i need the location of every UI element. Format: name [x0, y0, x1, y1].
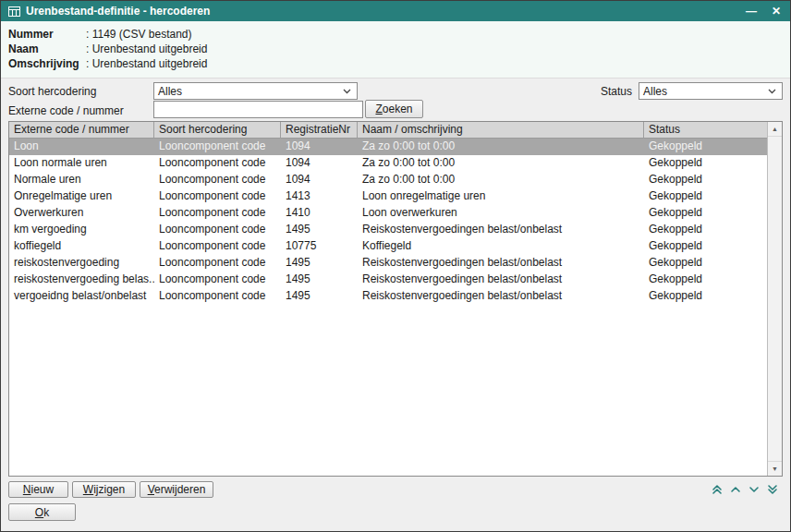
- table-row[interactable]: koffiegeldLooncomponent code10775Koffieg…: [9, 238, 767, 255]
- chevron-down-icon: [343, 89, 353, 94]
- chevron-down-icon: [748, 483, 761, 496]
- verwijderen-button[interactable]: Verwijderen: [140, 481, 213, 498]
- table-cell: Looncomponent code: [154, 155, 281, 172]
- table-cell: Loon: [9, 139, 154, 155]
- chevron-down-icon: [768, 89, 778, 94]
- ok-button[interactable]: Ok: [8, 503, 76, 521]
- table-cell: Reiskostenvergoedingen belast/onbelast: [358, 222, 644, 238]
- info-row-nummer: Nummer : 1149 (CSV bestand): [8, 27, 783, 42]
- table-cell: Za zo 0:00 tot 0:00: [358, 155, 644, 172]
- column-header[interactable]: Externe code / nummer: [9, 122, 154, 138]
- table-cell: Looncomponent code: [154, 238, 281, 255]
- table-cell: Gekoppeld: [644, 205, 767, 222]
- table-cell: Gekoppeld: [644, 238, 767, 255]
- minimize-button[interactable]: —: [746, 6, 757, 17]
- table-cell: 1413: [281, 188, 358, 205]
- soort-hercodering-select[interactable]: Alles: [153, 82, 358, 100]
- table-cell: Looncomponent code: [154, 172, 281, 188]
- status-label: Status: [601, 85, 632, 98]
- table-cell: Looncomponent code: [154, 255, 281, 272]
- scroll-down-button[interactable]: ▼: [768, 461, 782, 476]
- table-cell: Gekoppeld: [644, 222, 767, 238]
- column-header[interactable]: RegistratieNr: [281, 122, 358, 138]
- table-cell: Looncomponent code: [154, 222, 281, 238]
- dialog-window: Urenbestand-definitie - hercoderen — ✕ N…: [0, 0, 791, 532]
- table-cell: reiskostenvergoeding belas...: [9, 272, 154, 288]
- status-value: Alles: [643, 85, 667, 98]
- table-row[interactable]: LoonLooncomponent code1094Za zo 0:00 tot…: [9, 139, 767, 155]
- double-chevron-up-icon: [711, 483, 724, 496]
- scroll-up-button[interactable]: ▲: [768, 122, 782, 137]
- table-cell: Gekoppeld: [644, 172, 767, 188]
- table-cell: Gekoppeld: [644, 155, 767, 172]
- wijzigen-button[interactable]: Wijzigen: [72, 481, 136, 498]
- table-cell: km vergoeding: [9, 222, 154, 238]
- info-value: : Urenbestand uitgebreid: [86, 56, 207, 71]
- column-header[interactable]: Naam / omschrijving: [358, 122, 644, 138]
- externe-code-input[interactable]: [153, 101, 363, 118]
- table-header: Externe code / nummerSoort hercoderingRe…: [9, 122, 767, 139]
- app-icon: [8, 6, 20, 17]
- nav-first-button[interactable]: [709, 481, 725, 498]
- table-cell: Gekoppeld: [644, 255, 767, 272]
- nav-prev-button[interactable]: [727, 481, 744, 498]
- table-cell: Gekoppeld: [644, 188, 767, 205]
- table-cell: Koffiegeld: [358, 238, 644, 255]
- close-button[interactable]: ✕: [772, 6, 781, 17]
- table-row[interactable]: reiskostenvergoedingLooncomponent code14…: [9, 255, 767, 272]
- table-cell: 1495: [281, 255, 358, 272]
- info-row-omschrijving: Omschrijving : Urenbestand uitgebreid: [8, 56, 783, 71]
- nav-last-button[interactable]: [764, 481, 781, 498]
- table-cell: koffiegeld: [9, 238, 154, 255]
- info-row-naam: Naam : Urenbestand uitgebreid: [8, 42, 783, 56]
- info-value: : 1149 (CSV bestand): [86, 27, 192, 42]
- nav-next-button[interactable]: [746, 481, 762, 498]
- table-cell: Loon onregelmatige uren: [358, 188, 644, 205]
- table-cell: 1094: [281, 155, 358, 172]
- column-header[interactable]: Status: [644, 122, 767, 138]
- column-header[interactable]: Soort hercodering: [154, 122, 281, 138]
- table-cell: Gekoppeld: [644, 139, 767, 155]
- table-row[interactable]: reiskostenvergoeding belas...Looncompone…: [9, 272, 767, 288]
- table-row[interactable]: Loon normale urenLooncomponent code1094Z…: [9, 155, 767, 172]
- table-cell: Normale uren: [9, 172, 154, 188]
- table-cell: Overwerkuren: [9, 205, 154, 222]
- table-cell: Za zo 0:00 tot 0:00: [358, 172, 644, 188]
- info-label: Naam: [8, 42, 86, 56]
- table-cell: Za zo 0:00 tot 0:00: [358, 139, 644, 155]
- table-row[interactable]: Normale urenLooncomponent code1094Za zo …: [9, 172, 767, 188]
- table-cell: Reiskostenvergoedingen belast/onbelast: [358, 272, 644, 288]
- table-cell: Loon overwerkuren: [358, 205, 644, 222]
- table-cell: Gekoppeld: [644, 288, 767, 305]
- table-cell: Looncomponent code: [154, 188, 281, 205]
- table-cell: 1495: [281, 272, 358, 288]
- table-cell: 1094: [281, 139, 358, 155]
- nieuw-button[interactable]: Nieuw: [8, 481, 68, 498]
- titlebar[interactable]: Urenbestand-definitie - hercoderen — ✕: [1, 1, 790, 21]
- vertical-scrollbar[interactable]: ▲ ▼: [767, 122, 782, 476]
- externe-code-label: Externe code / nummer: [8, 104, 124, 117]
- soort-hercodering-label: Soort hercodering: [8, 85, 96, 98]
- table-body: LoonLooncomponent code1094Za zo 0:00 tot…: [9, 139, 767, 305]
- table-cell: Looncomponent code: [154, 288, 281, 305]
- table-cell: 1094: [281, 172, 358, 188]
- info-panel: Nummer : 1149 (CSV bestand) Naam : Urenb…: [1, 21, 790, 79]
- table-row[interactable]: OverwerkurenLooncomponent code1410Loon o…: [9, 205, 767, 222]
- soort-hercodering-value: Alles: [158, 85, 182, 98]
- table-cell: vergoeidng belast/onbelast: [9, 288, 154, 305]
- table-cell: Loon normale uren: [9, 155, 154, 172]
- table-cell: Looncomponent code: [154, 139, 281, 155]
- table-cell: Looncomponent code: [154, 205, 281, 222]
- status-select[interactable]: Alles: [639, 82, 783, 100]
- table-row[interactable]: Onregelmatige urenLooncomponent code1413…: [9, 188, 767, 205]
- table-cell: Reiskostenvergoedingen belast/onbelast: [358, 288, 644, 305]
- record-navigation: [709, 481, 781, 498]
- zoeken-button[interactable]: Zoeken: [365, 100, 423, 118]
- chevron-up-icon: [729, 483, 742, 496]
- table-row[interactable]: km vergoedingLooncomponent code1495Reisk…: [9, 222, 767, 238]
- table-cell: Onregelmatige uren: [9, 188, 154, 205]
- info-value: : Urenbestand uitgebreid: [86, 42, 207, 56]
- table-row[interactable]: vergoeidng belast/onbelastLooncomponent …: [9, 288, 767, 305]
- table-cell: 1495: [281, 222, 358, 238]
- scroll-up-icon: ▲: [772, 126, 778, 132]
